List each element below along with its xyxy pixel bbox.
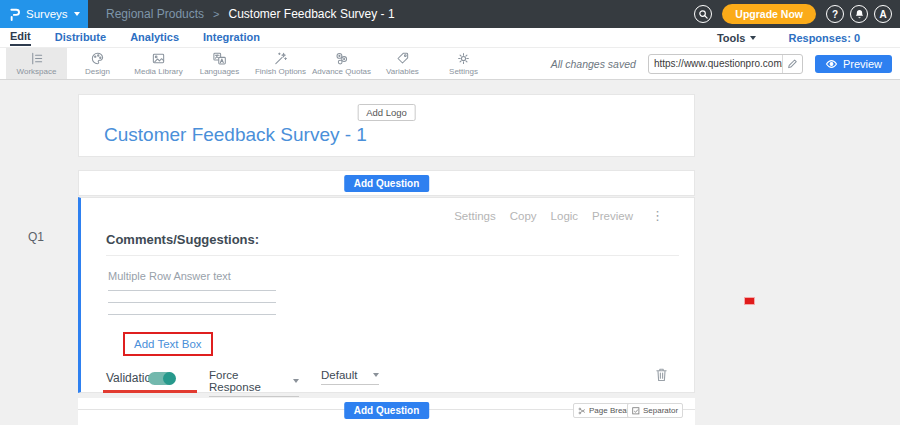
add-logo-button[interactable]: Add Logo [357,104,416,121]
toolbar-right: All changes saved https://www.questionpr… [551,48,900,79]
help-button[interactable]: ? [826,5,844,23]
checkbox-checked-icon [632,407,640,415]
validation-type-dropdown[interactable]: Default [321,369,379,385]
languages-icon [212,51,227,66]
menu-item-edit[interactable]: Edit [10,30,31,46]
validation-toggle[interactable] [148,372,175,385]
add-question-button-bottom[interactable]: Add Question [344,402,430,419]
add-question-strip-top: Add Question [78,170,695,196]
eye-icon [825,59,838,69]
survey-url-text[interactable]: https://www.questionpro.com/t/APNrfZ [649,58,782,69]
separator-label: Separator [643,406,678,415]
menu-item-analytics[interactable]: Analytics [130,31,179,45]
brand-label: Surveys [26,8,68,20]
validation-type-label: Default [321,369,357,381]
question-number-label: Q1 [28,230,44,244]
tool-label: Finish Options [255,67,306,76]
chevron-down-icon [373,373,379,377]
survey-title[interactable]: Customer Feedback Survey - 1 [104,124,367,146]
tool-label: Advance Quotas [312,67,371,76]
force-response-label: Force Response [209,369,293,393]
tool-variables[interactable]: Variables [372,48,433,79]
tool-label: Variables [386,67,419,76]
tools-menu[interactable]: Tools [717,32,757,44]
menu-item-integration[interactable]: Integration [203,31,260,45]
separator-button[interactable]: Separator [627,403,683,418]
more-options-icon[interactable]: ⋮ [651,208,664,223]
chevron-down-icon [293,379,299,383]
answer-row-line [108,302,276,303]
advance-quotas-icon [334,51,349,66]
scissors-icon [578,407,586,415]
delete-question-button[interactable] [655,367,668,385]
answer-row-line [108,290,276,291]
add-text-box-button[interactable]: Add Text Box [123,332,213,356]
upgrade-now-button[interactable]: Upgrade Now [722,4,816,24]
save-status: All changes saved [551,58,636,70]
top-bar: Surveys Regional Products > Customer Fee… [0,0,900,28]
preview-button[interactable]: Preview [815,55,892,73]
survey-header-card: Add Logo Customer Feedback Survey - 1 [78,94,695,157]
avatar[interactable]: A [874,5,892,23]
add-question-button-top[interactable]: Add Question [344,175,430,192]
answer-placeholder[interactable]: Multiple Row Answer text [108,270,231,282]
notifications-button[interactable] [850,5,868,23]
survey-url-field[interactable]: https://www.questionpro.com/t/APNrfZ [648,54,803,74]
question-settings-link[interactable]: Settings [454,210,496,222]
workspace-toolbar: Workspace Design Media Library Languages… [0,48,900,80]
brand-surveys-menu[interactable]: Surveys [0,0,88,28]
search-button[interactable] [694,5,712,23]
responses-count[interactable]: Responses: 0 [788,32,860,44]
add-question-strip-bottom: Add Question Page Break Separator [78,398,695,425]
menu-item-distribute[interactable]: Distribute [55,31,106,45]
edit-url-button[interactable] [782,55,802,73]
tool-label: Settings [449,67,478,76]
pencil-icon [787,58,798,69]
breadcrumb: Regional Products > Customer Feedback Su… [106,7,395,21]
trash-icon [655,367,668,382]
questionpro-logo-icon [9,7,20,22]
bell-icon [854,9,865,20]
settings-gear-icon [456,51,471,66]
workspace-icon [29,51,44,66]
tool-label: Languages [200,67,240,76]
question-card[interactable]: Settings Copy Logic Preview ⋮ Comments/S… [78,197,695,393]
red-annotation-underline [103,390,197,393]
question-actions: Settings Copy Logic Preview ⋮ [454,208,664,223]
variables-tag-icon [395,51,410,66]
tool-finish-options[interactable]: Finish Options [250,48,311,79]
chevron-down-icon [750,36,756,40]
red-annotation-marker [745,298,754,304]
tool-label: Design [85,67,110,76]
finish-options-wand-icon [273,51,288,66]
tool-label: Media Library [134,67,182,76]
tool-label: Workspace [17,67,57,76]
search-icon [698,9,709,20]
question-text-underline [106,255,679,256]
question-preview-link[interactable]: Preview [592,210,633,222]
media-library-icon [151,51,166,66]
tools-label: Tools [717,32,746,44]
tool-workspace[interactable]: Workspace [6,48,67,79]
question-copy-link[interactable]: Copy [510,210,537,222]
page-break-label: Page Break [589,406,631,415]
preview-label: Preview [843,58,882,70]
menu-bar-right: Tools Responses: 0 [717,32,860,44]
tool-design[interactable]: Design [67,48,128,79]
question-text[interactable]: Comments/Suggestions: [106,232,259,247]
force-response-dropdown[interactable]: Force Response [209,369,299,397]
tool-languages[interactable]: Languages [189,48,250,79]
survey-canvas: Q1 Add Logo Customer Feedback Survey - 1… [0,80,900,425]
breadcrumb-separator-icon: > [213,8,219,20]
menu-bar: Edit Distribute Analytics Integration To… [0,28,900,48]
answer-row-line [108,314,276,315]
design-palette-icon [90,51,105,66]
topbar-actions: Upgrade Now ? A [694,4,900,24]
toggle-knob [163,372,176,385]
breadcrumb-current: Customer Feedback Survey - 1 [229,7,395,21]
tool-settings[interactable]: Settings [433,48,494,79]
breadcrumb-parent[interactable]: Regional Products [106,7,204,21]
tool-media-library[interactable]: Media Library [128,48,189,79]
question-logic-link[interactable]: Logic [551,210,579,222]
tool-advance-quotas[interactable]: Advance Quotas [311,48,372,79]
